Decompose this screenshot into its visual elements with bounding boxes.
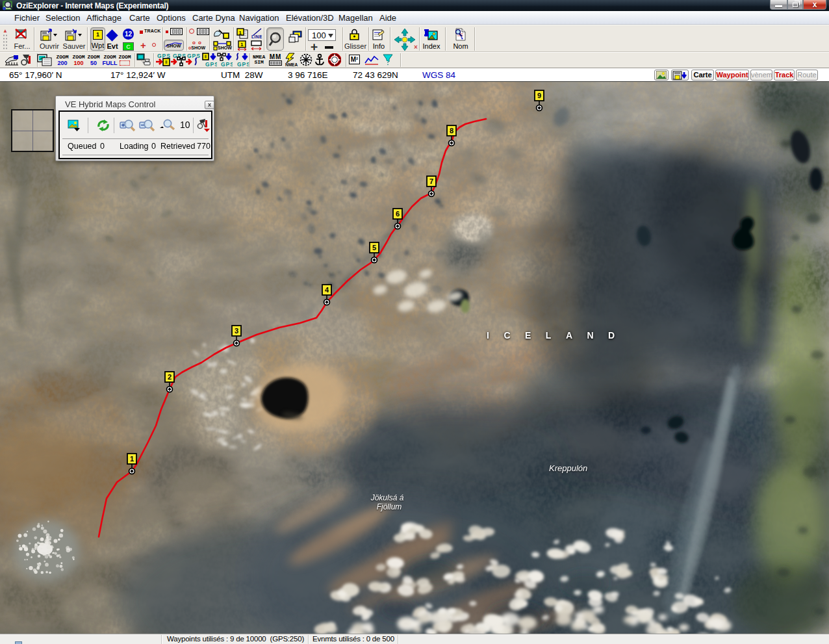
svg-text:5: 5: [372, 244, 376, 251]
svg-text:LINE: LINE: [251, 34, 262, 39]
svg-text:Kreppulón: Kreppulón: [549, 463, 587, 473]
svg-text:4: 4: [325, 286, 329, 294]
svg-text:Fjöllum: Fjöllum: [377, 502, 402, 511]
svg-text:9: 9: [537, 92, 541, 99]
svg-text:1: 1: [239, 30, 242, 36]
svg-text:ICELAND: ICELAND: [487, 330, 630, 341]
svg-text:GPS: GPS: [205, 61, 217, 67]
svg-text:GPS: GPS: [221, 61, 233, 67]
svg-text:1: 1: [240, 42, 244, 47]
svg-text:GPS: GPS: [187, 53, 201, 59]
svg-text:3: 3: [235, 327, 238, 335]
svg-text:7: 7: [429, 177, 433, 185]
svg-text:Jökulsá á: Jökulsá á: [370, 493, 404, 502]
svg-text:2: 2: [168, 373, 172, 381]
svg-text:GPS: GPS: [237, 61, 249, 67]
svg-text:8: 8: [450, 127, 453, 135]
svg-text:NMEA: NMEA: [285, 62, 298, 67]
svg-text:6: 6: [396, 210, 400, 218]
svg-text:1: 1: [130, 455, 134, 463]
